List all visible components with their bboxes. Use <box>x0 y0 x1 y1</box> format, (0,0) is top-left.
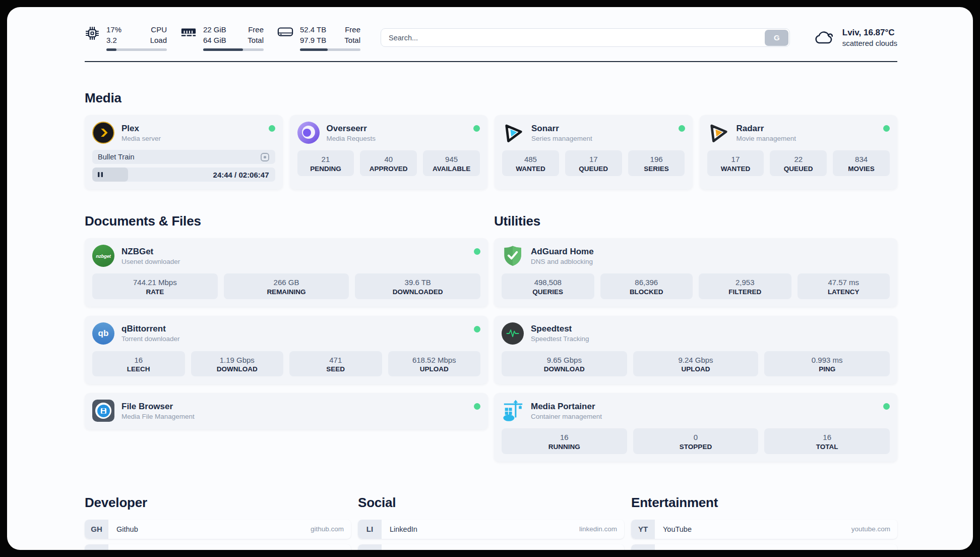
nzbget-card[interactable]: nzbget NZBGet Usenet downloader 744.21 M… <box>85 238 488 307</box>
sonarr-subtitle: Series management <box>531 135 592 142</box>
bookmark-url: github.com <box>311 525 344 533</box>
radarr-stats: 17 WANTED 22 QUEUED 834 MOVIES <box>707 150 890 176</box>
stat-tile-queued: 17 QUEUED <box>565 150 622 176</box>
stat-value: 945 <box>425 154 478 164</box>
stat-tile-rate: 744.21 Mbps RATE <box>92 273 218 299</box>
stat-label: BLOCKED <box>602 288 691 296</box>
sonarr-stats: 485 WANTED 17 QUEUED 196 SERIES <box>502 150 685 176</box>
bookmark-youtube[interactable]: YT YouTube youtube.com <box>631 520 897 539</box>
overseerr-header: Overseerr Media Requests <box>297 122 480 144</box>
filebrowser-card[interactable]: File Browser Media File Management <box>85 393 488 429</box>
weather-location-temp: Lviv, 16.87°C <box>842 28 897 38</box>
pause-icon <box>97 172 103 178</box>
qbittorrent-card[interactable]: qb qBittorrent Torrent downloader 16 LEE… <box>85 316 488 384</box>
stat-tile-download: 1.19 Gbps DOWNLOAD <box>191 351 284 377</box>
filebrowser-header: File Browser Media File Management <box>92 400 480 422</box>
utilities-section-title: Utilities <box>494 213 897 229</box>
overseerr-titles: Overseerr Media Requests <box>327 124 376 142</box>
search-input[interactable] <box>381 28 790 47</box>
stat-value: 16 <box>94 355 183 365</box>
stat-tile-latency: 47.57 ms LATENCY <box>798 273 890 299</box>
media-grid: Plex Media server Bullet Train <box>85 115 897 189</box>
filebrowser-subtitle: Media File Management <box>121 413 195 420</box>
nzbget-icon-text: nzbget <box>96 253 110 259</box>
stat-value: 0 <box>635 432 757 442</box>
adguard-card[interactable]: AdGuard Home DNS and adblocking 498,508 … <box>494 238 897 307</box>
entertainment-section-title: Entertainment <box>631 495 897 511</box>
stop-icon[interactable] <box>260 152 270 162</box>
cpu-icon <box>85 26 100 41</box>
search-engine-button[interactable]: G <box>765 30 788 46</box>
bookmark-netflix[interactable]: NF Netflix netflix.com <box>631 544 897 550</box>
plex-card[interactable]: Plex Media server Bullet Train <box>85 115 283 189</box>
filebrowser-icon-disc <box>97 405 110 417</box>
stat-tile-stopped: 0 STOPPED <box>633 428 759 454</box>
nzbget-subtitle: Usenet downloader <box>121 258 180 265</box>
stat-label: UPLOAD <box>635 365 757 373</box>
overseerr-stats: 21 PENDING 40 APPROVED 945 AVAILABLE <box>297 150 480 176</box>
qbittorrent-stats: 16 LEECH 1.19 Gbps DOWNLOAD 471 SEED 618… <box>92 351 480 377</box>
speedtest-titles: Speedtest Speedtest Tracking <box>531 324 589 343</box>
stat-tile-approved: 40 APPROVED <box>360 150 417 176</box>
bookmark-linkedin[interactable]: LI LinkedIn linkedin.com <box>358 520 624 539</box>
stat-tile-seed: 471 SEED <box>289 351 382 377</box>
nzbget-titles: NZBGet Usenet downloader <box>121 247 180 265</box>
adguard-header: AdGuard Home DNS and adblocking <box>502 245 890 267</box>
cpu-label: CPU <box>150 24 167 35</box>
bookmark-github[interactable]: GH Github github.com <box>85 520 351 539</box>
stat-label: AVAILABLE <box>425 165 478 173</box>
stat-value: 9.65 Gbps <box>504 355 625 365</box>
portainer-subtitle: Container management <box>531 413 602 420</box>
adguard-subtitle: DNS and adblocking <box>531 258 594 265</box>
sonarr-header: Sonarr Series management <box>502 122 685 144</box>
pause-button[interactable] <box>97 172 103 178</box>
radarr-subtitle: Movie management <box>737 135 797 142</box>
stat-value: 16 <box>504 432 625 442</box>
bookmark-name: Twitter <box>390 550 411 550</box>
bookmark-name: StackOverflow <box>116 550 163 550</box>
plex-playback-time: 24:44 / 02:06:47 <box>213 171 275 179</box>
overseerr-status-indicator <box>473 125 480 132</box>
stackoverflow-badge: SO <box>85 544 108 550</box>
stat-label: WANTED <box>504 165 557 173</box>
utilities-column: Utilities AdGuard Home DNS and adblockin… <box>494 213 897 471</box>
stat-tile-total: 16 TOTAL <box>764 428 890 454</box>
speedtest-subtitle: Speedtest Tracking <box>531 335 589 343</box>
documents-column: Documents & Files nzbget NZBGet Usenet d… <box>85 213 488 471</box>
radarr-card[interactable]: Radarr Movie management 17 WANTED 22 QUE… <box>700 115 898 189</box>
portainer-name: Media Portainer <box>531 402 602 412</box>
overseerr-card[interactable]: Overseerr Media Requests 21 PENDING 40 A… <box>290 115 488 189</box>
filebrowser-name: File Browser <box>121 402 195 412</box>
social-section-title: Social <box>358 495 624 511</box>
disk-free-label: Free <box>344 24 360 35</box>
bookmark-url: linkedin.com <box>579 525 617 533</box>
adguard-titles: AdGuard Home DNS and adblocking <box>531 247 594 265</box>
speedtest-header: Speedtest Speedtest Tracking <box>502 322 890 345</box>
stat-tile-ping: 0.993 ms PING <box>764 351 890 377</box>
disk-progress-bar <box>300 48 360 51</box>
stat-label: LEECH <box>94 365 183 373</box>
sonarr-card[interactable]: Sonarr Series management 485 WANTED 17 Q… <box>495 115 693 189</box>
stat-value: 0.993 ms <box>766 355 888 365</box>
memory-readout: 22 GiB 64 GiB Free Total <box>203 24 264 51</box>
plex-status-indicator <box>269 125 275 132</box>
stat-tile-running: 16 RUNNING <box>502 428 627 454</box>
disk-total-label: Total <box>344 35 360 45</box>
portainer-card[interactable]: Media Portainer Container management 16 … <box>494 393 897 462</box>
portainer-crane-icon <box>502 400 524 422</box>
stat-value: 16 <box>766 432 888 442</box>
speedtest-card[interactable]: Speedtest Speedtest Tracking 9.65 Gbps D… <box>494 316 897 384</box>
stat-tile-leech: 16 LEECH <box>92 351 185 377</box>
bookmark-twitter[interactable]: TW Twitter twitter.com <box>358 544 624 550</box>
disk-widget: 52.4 TB 97.9 TB Free Total <box>277 24 360 51</box>
stat-tile-upload: 618.52 Mbps UPLOAD <box>388 351 481 377</box>
stat-tile-downloaded: 39.6 TB DOWNLOADED <box>355 273 480 299</box>
nzbget-stats: 744.21 Mbps RATE 266 GB REMAINING 39.6 T… <box>92 273 480 299</box>
bookmark-stackoverflow[interactable]: SO StackOverflow stackoverflow.com <box>85 544 351 550</box>
stat-value: 744.21 Mbps <box>94 277 216 288</box>
sonarr-titles: Sonarr Series management <box>531 124 592 142</box>
stat-label: PENDING <box>299 165 352 173</box>
stat-value: 17 <box>709 154 762 164</box>
mid-section: Documents & Files nzbget NZBGet Usenet d… <box>85 213 897 471</box>
qbittorrent-subtitle: Torrent downloader <box>121 335 180 343</box>
